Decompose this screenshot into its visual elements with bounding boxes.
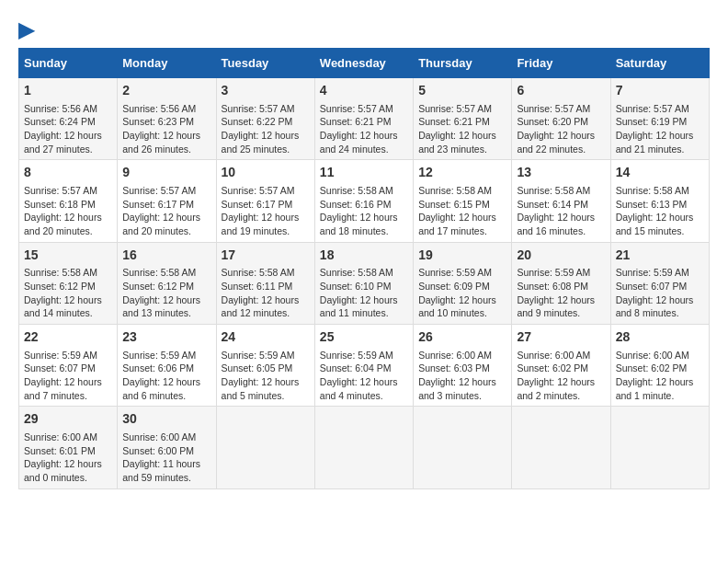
day-info: Sunrise: 5:59 AM Sunset: 6:06 PM Dayligh… (122, 349, 210, 403)
page-header: ▶ (18, 18, 710, 39)
logo-text: ▶ (18, 18, 34, 42)
calendar-cell: 2Sunrise: 5:56 AM Sunset: 6:23 PM Daylig… (118, 78, 216, 160)
day-number: 11 (320, 164, 408, 182)
day-info: Sunrise: 5:59 AM Sunset: 6:08 PM Dayligh… (517, 266, 605, 320)
calendar-table: SundayMondayTuesdayWednesdayThursdayFrid… (18, 48, 710, 489)
day-info: Sunrise: 5:56 AM Sunset: 6:24 PM Dayligh… (24, 102, 112, 156)
calendar-cell: 14Sunrise: 5:58 AM Sunset: 6:13 PM Dayli… (610, 160, 709, 242)
week-row-0: 1Sunrise: 5:56 AM Sunset: 6:24 PM Daylig… (19, 78, 710, 160)
day-number: 17 (222, 247, 310, 265)
day-info: Sunrise: 6:00 AM Sunset: 6:00 PM Dayligh… (122, 431, 210, 485)
day-number: 23 (122, 328, 210, 347)
calendar-cell: 8Sunrise: 5:57 AM Sunset: 6:18 PM Daylig… (19, 160, 118, 242)
calendar-cell (414, 407, 512, 488)
day-number: 8 (24, 164, 112, 182)
calendar-cell (512, 407, 610, 488)
calendar-cell: 1Sunrise: 5:56 AM Sunset: 6:24 PM Daylig… (19, 78, 118, 160)
calendar-cell: 26Sunrise: 6:00 AM Sunset: 6:03 PM Dayli… (414, 325, 512, 407)
day-number: 4 (320, 82, 408, 100)
calendar-cell: 18Sunrise: 5:58 AM Sunset: 6:10 PM Dayli… (314, 242, 413, 324)
day-info: Sunrise: 5:57 AM Sunset: 6:18 PM Dayligh… (24, 184, 112, 238)
day-number: 18 (320, 247, 408, 265)
calendar-cell: 23Sunrise: 5:59 AM Sunset: 6:06 PM Dayli… (118, 325, 216, 407)
day-number: 3 (222, 82, 310, 100)
day-info: Sunrise: 5:58 AM Sunset: 6:10 PM Dayligh… (320, 266, 408, 320)
day-info: Sunrise: 5:58 AM Sunset: 6:12 PM Dayligh… (122, 266, 210, 320)
day-number: 28 (616, 328, 704, 347)
col-wednesday: Wednesday (314, 49, 413, 78)
day-info: Sunrise: 5:57 AM Sunset: 6:17 PM Dayligh… (122, 184, 210, 238)
col-monday: Monday (118, 49, 216, 78)
calendar-cell: 3Sunrise: 5:57 AM Sunset: 6:22 PM Daylig… (216, 78, 314, 160)
day-number: 27 (517, 328, 605, 347)
week-row-3: 22Sunrise: 5:59 AM Sunset: 6:07 PM Dayli… (19, 325, 710, 407)
col-friday: Friday (512, 49, 610, 78)
day-info: Sunrise: 5:57 AM Sunset: 6:21 PM Dayligh… (320, 102, 408, 156)
calendar-cell: 7Sunrise: 5:57 AM Sunset: 6:19 PM Daylig… (610, 78, 709, 160)
day-info: Sunrise: 5:59 AM Sunset: 6:04 PM Dayligh… (320, 349, 408, 403)
calendar-cell: 13Sunrise: 5:58 AM Sunset: 6:14 PM Dayli… (512, 160, 610, 242)
day-info: Sunrise: 5:58 AM Sunset: 6:12 PM Dayligh… (24, 266, 112, 320)
day-info: Sunrise: 5:58 AM Sunset: 6:11 PM Dayligh… (222, 266, 310, 320)
calendar-cell: 15Sunrise: 5:58 AM Sunset: 6:12 PM Dayli… (19, 242, 118, 324)
day-info: Sunrise: 5:58 AM Sunset: 6:15 PM Dayligh… (418, 184, 506, 238)
day-number: 7 (616, 82, 704, 100)
day-number: 26 (418, 328, 506, 347)
day-info: Sunrise: 5:57 AM Sunset: 6:21 PM Dayligh… (418, 102, 506, 156)
week-row-1: 8Sunrise: 5:57 AM Sunset: 6:18 PM Daylig… (19, 160, 710, 242)
col-sunday: Sunday (19, 49, 118, 78)
day-info: Sunrise: 5:57 AM Sunset: 6:20 PM Dayligh… (517, 102, 605, 156)
day-number: 19 (418, 247, 506, 265)
calendar-cell: 24Sunrise: 5:59 AM Sunset: 6:05 PM Dayli… (216, 325, 314, 407)
day-number: 1 (24, 82, 112, 100)
day-number: 15 (24, 247, 112, 265)
day-info: Sunrise: 5:58 AM Sunset: 6:16 PM Dayligh… (320, 184, 408, 238)
day-info: Sunrise: 6:00 AM Sunset: 6:01 PM Dayligh… (24, 431, 112, 485)
day-info: Sunrise: 6:00 AM Sunset: 6:02 PM Dayligh… (517, 349, 605, 403)
day-info: Sunrise: 5:59 AM Sunset: 6:07 PM Dayligh… (24, 349, 112, 403)
day-number: 16 (122, 247, 210, 265)
calendar-cell: 12Sunrise: 5:58 AM Sunset: 6:15 PM Dayli… (414, 160, 512, 242)
calendar-cell: 16Sunrise: 5:58 AM Sunset: 6:12 PM Dayli… (118, 242, 216, 324)
day-info: Sunrise: 5:56 AM Sunset: 6:23 PM Dayligh… (122, 102, 210, 156)
day-number: 10 (222, 164, 310, 182)
calendar-cell: 20Sunrise: 5:59 AM Sunset: 6:08 PM Dayli… (512, 242, 610, 324)
day-number: 22 (24, 328, 112, 347)
week-row-4: 29Sunrise: 6:00 AM Sunset: 6:01 PM Dayli… (19, 407, 710, 488)
col-saturday: Saturday (610, 49, 709, 78)
day-info: Sunrise: 5:58 AM Sunset: 6:13 PM Dayligh… (616, 184, 704, 238)
day-number: 30 (122, 410, 210, 429)
col-thursday: Thursday (414, 49, 512, 78)
day-number: 12 (418, 164, 506, 182)
day-number: 14 (616, 164, 704, 182)
logo: ▶ (18, 18, 34, 39)
day-info: Sunrise: 5:59 AM Sunset: 6:05 PM Dayligh… (222, 349, 310, 403)
day-info: Sunrise: 6:00 AM Sunset: 6:03 PM Dayligh… (418, 349, 506, 403)
calendar-cell: 4Sunrise: 5:57 AM Sunset: 6:21 PM Daylig… (314, 78, 413, 160)
calendar-cell: 11Sunrise: 5:58 AM Sunset: 6:16 PM Dayli… (314, 160, 413, 242)
calendar-cell: 19Sunrise: 5:59 AM Sunset: 6:09 PM Dayli… (414, 242, 512, 324)
day-info: Sunrise: 5:57 AM Sunset: 6:19 PM Dayligh… (616, 102, 704, 156)
day-number: 13 (517, 164, 605, 182)
day-number: 25 (320, 328, 408, 347)
calendar-cell: 21Sunrise: 5:59 AM Sunset: 6:07 PM Dayli… (610, 242, 709, 324)
calendar-cell: 29Sunrise: 6:00 AM Sunset: 6:01 PM Dayli… (19, 407, 118, 488)
calendar-cell: 28Sunrise: 6:00 AM Sunset: 6:02 PM Dayli… (610, 325, 709, 407)
day-info: Sunrise: 5:57 AM Sunset: 6:22 PM Dayligh… (222, 102, 310, 156)
day-number: 24 (222, 328, 310, 347)
calendar-cell (314, 407, 413, 488)
calendar-cell (610, 407, 709, 488)
day-number: 29 (24, 410, 112, 429)
day-info: Sunrise: 5:59 AM Sunset: 6:07 PM Dayligh… (616, 266, 704, 320)
calendar-cell: 27Sunrise: 6:00 AM Sunset: 6:02 PM Dayli… (512, 325, 610, 407)
day-number: 5 (418, 82, 506, 100)
day-number: 2 (122, 82, 210, 100)
calendar-cell (216, 407, 314, 488)
calendar-cell: 17Sunrise: 5:58 AM Sunset: 6:11 PM Dayli… (216, 242, 314, 324)
header-row: SundayMondayTuesdayWednesdayThursdayFrid… (19, 49, 710, 78)
calendar-cell: 30Sunrise: 6:00 AM Sunset: 6:00 PM Dayli… (118, 407, 216, 488)
col-tuesday: Tuesday (216, 49, 314, 78)
calendar-cell: 22Sunrise: 5:59 AM Sunset: 6:07 PM Dayli… (19, 325, 118, 407)
day-info: Sunrise: 5:59 AM Sunset: 6:09 PM Dayligh… (418, 266, 506, 320)
day-info: Sunrise: 5:58 AM Sunset: 6:14 PM Dayligh… (517, 184, 605, 238)
